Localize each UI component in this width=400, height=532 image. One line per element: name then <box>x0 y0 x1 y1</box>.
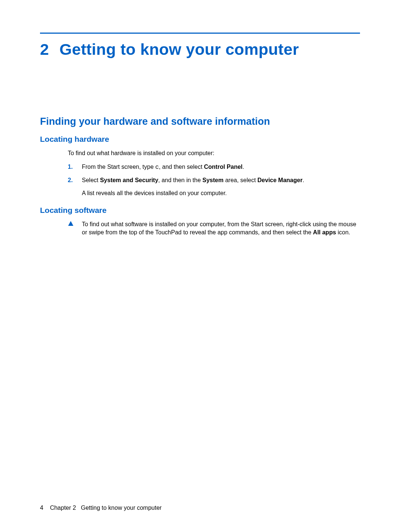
bold-text: Control Panel <box>204 164 243 170</box>
bold-text: System <box>203 177 224 183</box>
footer-chapter-title: Getting to know your computer <box>81 505 162 511</box>
chapter-title: 2 Getting to know your computer <box>40 40 360 58</box>
intro-paragraph: To find out what hardware is installed o… <box>68 149 360 157</box>
page-number: 4 <box>40 505 43 511</box>
code-text: c <box>155 164 159 171</box>
chapter-title-text: Getting to know your computer <box>59 40 299 58</box>
heading-3-software: Locating software <box>40 206 360 215</box>
triangle-icon <box>68 220 74 236</box>
bold-text: System and Security <box>100 177 158 183</box>
text-run: , and then select <box>159 164 204 170</box>
list-content: Select System and Security, and then in … <box>82 176 360 197</box>
text-run: area, select <box>223 177 257 183</box>
text-run: icon. <box>336 229 350 235</box>
heading-3-hardware: Locating hardware <box>40 135 360 144</box>
list-marker: 1. <box>68 163 74 172</box>
bold-text: Device Manager <box>257 177 303 183</box>
sub-paragraph: A list reveals all the devices installed… <box>82 189 360 197</box>
chapter-number: 2 <box>40 40 49 58</box>
note-content: To find out what software is installed o… <box>82 220 360 236</box>
document-page: 2 Getting to know your computer Finding … <box>0 0 400 532</box>
text-run: From the Start screen, type <box>82 164 155 170</box>
ordered-list: 1. From the Start screen, type c, and th… <box>68 163 360 197</box>
text-run: . <box>243 164 244 170</box>
page-footer: 4 Chapter 2 Getting to know your compute… <box>40 505 161 511</box>
footer-chapter-label: Chapter 2 <box>50 505 76 511</box>
text-run: , and then in the <box>158 177 202 183</box>
list-marker: 2. <box>68 176 74 197</box>
footer-chapter: Chapter 2 Getting to know your computer <box>50 505 162 511</box>
list-content: From the Start screen, type c, and then … <box>82 163 360 172</box>
horizontal-rule <box>40 33 360 34</box>
text-run: . <box>303 177 304 183</box>
heading-2: Finding your hardware and software infor… <box>40 116 360 127</box>
svg-marker-0 <box>68 221 73 226</box>
list-item: 2. Select System and Security, and then … <box>68 176 360 197</box>
bold-text: All apps <box>313 229 336 235</box>
note-block: To find out what software is installed o… <box>68 220 360 236</box>
list-item: 1. From the Start screen, type c, and th… <box>68 163 360 172</box>
text-run: Select <box>82 177 100 183</box>
